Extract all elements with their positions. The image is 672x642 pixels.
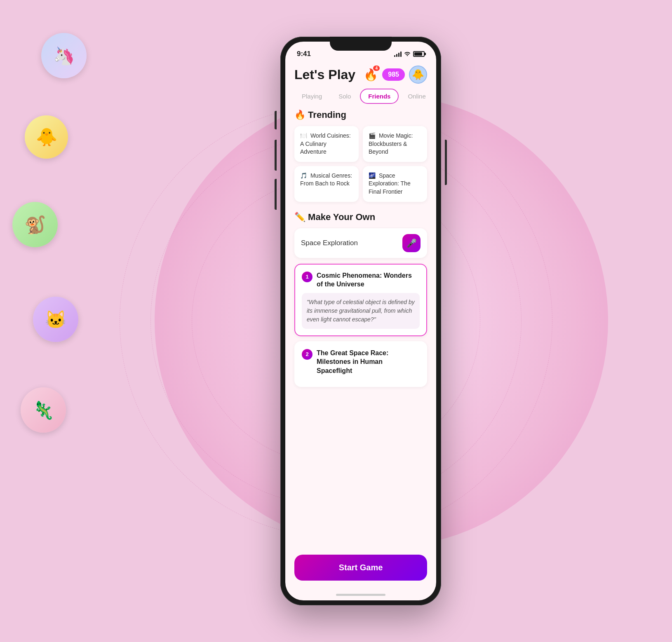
mic-button[interactable]: 🎤 [402, 234, 421, 252]
avatar-cat: 🐱 [33, 297, 78, 342]
quiz-card-2-header: 2 The Great Space Race: Milestones in Hu… [302, 349, 420, 375]
tab-friends[interactable]: Friends [360, 89, 399, 104]
quiz-card-1-header: 1 Cosmic Phenomena: Wonders of the Unive… [302, 271, 420, 289]
avatar-chick: 🐥 [25, 115, 68, 159]
quiz-number-2: 2 [302, 349, 313, 360]
trending-card-world-cuisines[interactable]: 🍽️ World Cuisines: A Culinary Adventure [294, 126, 359, 162]
phone-button-vol-down [275, 179, 277, 210]
screen-content: 🔥 Trending 🍽️ World Cuisines: A Culinary… [285, 110, 436, 551]
quiz-card-2[interactable]: 2 The Great Space Race: Milestones in Hu… [294, 341, 427, 387]
avatar-unicorn: 🦄 [41, 33, 87, 78]
phone-notch [330, 37, 392, 51]
trending-card-musical-genres[interactable]: 🎵 Musical Genres: From Bach to Rock [294, 166, 359, 202]
status-time: 9:41 [297, 50, 311, 58]
phone-button-vol-up [275, 140, 277, 171]
avatar-lizard: 🦎 [21, 387, 66, 433]
phone-body: 9:41 Let [280, 37, 441, 605]
make-your-own-section: ✏️ Make Your Own Space Exploration 🎤 1 C… [294, 212, 427, 387]
wifi-icon [404, 51, 411, 57]
start-button-container: Start Game [285, 551, 436, 589]
search-bar[interactable]: Space Exploration 🎤 [294, 228, 427, 258]
fire-count: 4 [373, 66, 380, 71]
page-title: Let's Play [294, 67, 355, 82]
trending-grid: 🍽️ World Cuisines: A Culinary Adventure … [294, 126, 427, 202]
status-icons [394, 51, 425, 57]
world-cuisines-label: World Cuisines: A Culinary Adventure [300, 132, 351, 155]
quiz-number-1: 1 [302, 272, 313, 282]
musical-genres-label: Musical Genres: From Bach to Rock [300, 172, 352, 187]
fire-streak-badge[interactable]: 🔥 4 [364, 68, 378, 82]
user-avatar[interactable]: 🐥 [409, 66, 427, 84]
score-badge[interactable]: 985 [382, 68, 405, 81]
phone-mockup: 9:41 Let [280, 37, 441, 605]
trending-card-movie-magic[interactable]: 🎬 Movie Magic: Blockbusters & Beyond [363, 126, 427, 162]
quiz-card-1-preview: "What type of celestial object is define… [302, 293, 420, 329]
quiz-card-1-title: Cosmic Phenomena: Wonders of the Univers… [317, 271, 420, 289]
make-your-own-title: ✏️ Make Your Own [294, 212, 427, 223]
app-header: Let's Play 🔥 4 985 🐥 [285, 62, 436, 89]
quiz-card-2-title: The Great Space Race: Milestones in Huma… [317, 349, 420, 375]
phone-button-mute [275, 111, 277, 129]
musical-genres-icon: 🎵 [300, 172, 307, 179]
avatar-monkey: 🐒 [12, 202, 58, 247]
trending-section: 🔥 Trending 🍽️ World Cuisines: A Culinary… [294, 110, 427, 202]
movie-magic-icon: 🎬 [369, 132, 376, 139]
tab-solo[interactable]: Solo [331, 89, 358, 103]
phone-screen: 9:41 Let [285, 42, 436, 600]
search-input-value[interactable]: Space Exploration [301, 239, 358, 247]
home-indicator [285, 589, 436, 600]
tab-playing[interactable]: Playing [294, 89, 329, 103]
trending-title: 🔥 Trending [294, 110, 427, 120]
phone-button-power [445, 140, 447, 185]
tab-online[interactable]: Online [400, 89, 433, 103]
trending-card-space-exploration[interactable]: 🌌 Space Exploration: The Final Frontier [363, 166, 427, 202]
home-bar [336, 594, 385, 596]
mic-icon: 🎤 [406, 238, 417, 248]
battery-icon [413, 51, 425, 57]
start-game-button[interactable]: Start Game [294, 555, 427, 581]
world-cuisines-icon: 🍽️ [300, 132, 307, 139]
tabs: Playing Solo Friends Online [294, 89, 427, 104]
quiz-card-1[interactable]: 1 Cosmic Phenomena: Wonders of the Unive… [294, 264, 427, 336]
signal-icon [394, 51, 402, 57]
tabs-container: Playing Solo Friends Online [285, 89, 436, 110]
header-icons: 🔥 4 985 🐥 [364, 66, 427, 84]
space-exploration-icon: 🌌 [369, 172, 376, 179]
